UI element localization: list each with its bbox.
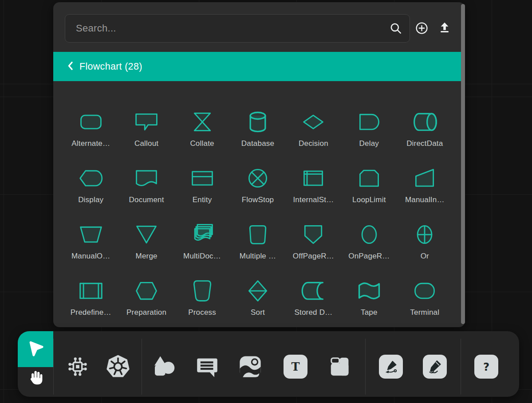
connector-tool-button[interactable] [379,355,403,379]
shape-label: Callout [134,139,158,148]
shapes-tool-button[interactable] [151,354,177,380]
add-circle-icon[interactable] [413,16,430,40]
panel-scrollbar[interactable] [461,4,465,324]
note-tool-button[interactable] [327,354,353,380]
kubernetes-icon [105,354,131,380]
shape-item-manualoperation[interactable]: ManualO… [71,222,110,261]
category-header-back[interactable]: Flowchart (28) [53,52,465,81]
comment-tool-button[interactable] [194,354,220,380]
shape-item-merge[interactable]: Merge [129,222,164,261]
shape-item-multipleprocess[interactable]: Multiple … [240,222,276,261]
shapes-icon [152,354,177,379]
text-tool-button[interactable]: T [284,355,307,379]
merge-shape-icon [129,222,164,248]
kubernetes-tool-button[interactable] [105,354,131,380]
text-icon: T [288,359,303,374]
freehand-tool-button[interactable] [423,355,447,379]
display-shape-icon [74,166,108,192]
shape-item-terminal[interactable]: Terminal [407,278,442,317]
shape-item-internalstorage[interactable]: InternalSt… [293,166,334,204]
shape-label: Preparation [126,308,166,317]
cursor-icon [26,339,45,360]
shape-item-onpagereference[interactable]: OnPageR… [348,222,390,261]
diagram-canvas[interactable]: Flowchart (28) Alternate…CalloutCollateD… [0,0,532,403]
shape-item-database[interactable]: Database [240,110,275,148]
help-tool-button[interactable]: ? [474,355,498,379]
onpagereference-shape-icon [352,222,386,248]
hand-icon [26,367,45,388]
shape-item-predefinedprocess[interactable]: Predefine… [71,278,111,317]
shape-label: Database [241,139,274,148]
svg-text:T: T [292,360,300,373]
shape-label: FlowStop [242,196,274,204]
image-tool-button[interactable] [237,354,263,380]
multipleprocess-shape-icon [240,222,275,248]
shape-item-or[interactable]: Or [407,222,442,261]
upload-icon[interactable] [436,16,453,40]
predefinedprocess-shape-icon [74,278,108,304]
shape-item-looplimit[interactable]: LoopLimit [352,166,386,204]
shape-item-decision[interactable]: Decision [296,110,331,148]
manualinput-shape-icon [407,166,442,192]
shape-item-sort[interactable]: Sort [240,278,275,317]
shape-label: Document [129,196,164,204]
shape-item-delay[interactable]: Delay [352,110,386,148]
shape-item-offpagereference[interactable]: OffPageR… [293,222,334,261]
collate-shape-icon [185,110,220,135]
shape-item-callout[interactable]: Callout [129,110,164,148]
document-shape-icon [129,166,164,192]
sort-shape-icon [240,278,275,304]
note-icon [328,355,352,379]
shape-label: Tape [361,308,378,317]
database-shape-icon [240,110,275,135]
search-input[interactable] [65,15,389,42]
shape-item-flowstop[interactable]: FlowStop [240,166,275,204]
shape-label: Predefine… [71,308,111,317]
shape-label: Decision [299,139,328,148]
shape-label: Collate [190,139,214,148]
delay-shape-icon [352,110,386,135]
shape-item-tape[interactable]: Tape [352,278,386,317]
toolbar: T? [18,331,519,397]
hand-tool-button[interactable] [18,367,53,397]
storeddata-shape-icon [296,278,331,304]
toolbar-divider [365,339,366,395]
shape-label: Display [78,196,103,204]
shape-item-manualinput[interactable]: ManualIn… [405,166,445,204]
shape-item-display[interactable]: Display [74,166,108,204]
toolbar-divider [142,339,142,395]
shape-item-process[interactable]: Process [185,278,220,317]
shape-label: Merge [136,252,158,261]
category-title: Flowchart (28) [79,61,142,72]
circuit-icon [65,354,90,379]
entity-shape-icon [185,166,220,192]
shape-label: Alternate… [71,139,110,148]
shape-label: Entity [193,196,212,204]
terminal-shape-icon [407,278,442,304]
shape-item-document[interactable]: Document [129,166,164,204]
decision-shape-icon [296,110,331,135]
shape-label: Sort [251,308,265,317]
shape-item-preparation[interactable]: Preparation [126,278,166,317]
shape-label: OnPageR… [348,252,390,261]
shape-item-directdata[interactable]: DirectData [406,110,443,148]
select-tool-button[interactable] [18,331,53,367]
shape-label: ManualO… [71,252,110,261]
shape-item-collate[interactable]: Collate [185,110,220,148]
shape-item-alternate[interactable]: Alternate… [71,110,110,148]
shape-item-entity[interactable]: Entity [185,166,220,204]
search-box [65,14,410,43]
looplimit-shape-icon [352,166,386,192]
preparation-shape-icon [129,278,164,304]
toolbar-divider [53,339,54,395]
shape-item-multidocument[interactable]: MultiDoc… [183,222,221,261]
process-shape-icon [185,278,220,304]
multidocument-shape-icon [185,222,220,248]
shape-item-storeddata[interactable]: Stored D… [294,278,332,317]
shape-label: Multiple … [240,252,276,261]
shape-label: Delay [359,139,379,148]
alternate-shape-icon [74,110,108,135]
svg-text:?: ? [483,360,489,373]
circuit-tool-button[interactable] [65,354,91,380]
shape-label: Process [188,308,216,317]
